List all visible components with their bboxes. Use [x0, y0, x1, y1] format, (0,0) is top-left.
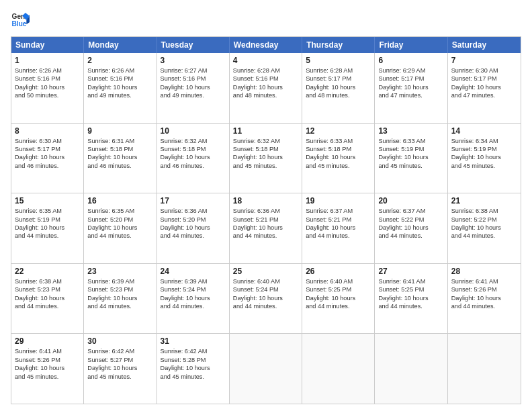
calendar-cell: 11Sunrise: 6:32 AMSunset: 5:18 PMDayligh… — [230, 124, 302, 193]
day-info: Sunrise: 6:35 AM — [87, 207, 152, 215]
day-info: Sunrise: 6:39 AM — [161, 277, 226, 285]
day-info: Sunrise: 6:28 AM — [233, 66, 298, 75]
day-info: and 44 minutes. — [378, 302, 443, 310]
day-info: Daylight: 10 hours — [378, 83, 443, 91]
day-info: and 44 minutes. — [233, 302, 298, 310]
day-number: 23 — [87, 267, 152, 276]
day-info: Sunset: 5:25 PM — [306, 285, 371, 293]
day-info: Sunrise: 6:34 AM — [451, 137, 517, 145]
calendar-cell: 12Sunrise: 6:33 AMSunset: 5:18 PMDayligh… — [302, 124, 375, 193]
day-info: Sunrise: 6:36 AM — [233, 207, 298, 215]
calendar-cell: 8Sunrise: 6:30 AMSunset: 5:17 PMDaylight… — [11, 124, 84, 193]
calendar-cell — [230, 334, 302, 404]
day-info: and 44 minutes. — [451, 232, 517, 240]
calendar-cell: 16Sunrise: 6:35 AMSunset: 5:20 PMDayligh… — [84, 193, 157, 263]
calendar-week: 15Sunrise: 6:35 AMSunset: 5:19 PMDayligh… — [11, 193, 521, 263]
day-info: and 44 minutes. — [161, 232, 226, 240]
calendar-cell: 7Sunrise: 6:30 AMSunset: 5:17 PMDaylight… — [448, 53, 521, 123]
day-info: Sunset: 5:26 PM — [451, 285, 517, 293]
day-info: Daylight: 10 hours — [306, 224, 371, 232]
day-info: and 45 minutes. — [87, 373, 152, 381]
day-info: Sunrise: 6:28 AM — [306, 66, 371, 75]
calendar-cell: 9Sunrise: 6:31 AMSunset: 5:18 PMDaylight… — [84, 124, 157, 193]
day-info: Daylight: 10 hours — [233, 83, 298, 91]
calendar-cell: 31Sunrise: 6:42 AMSunset: 5:28 PMDayligh… — [157, 334, 230, 404]
calendar-cell: 14Sunrise: 6:34 AMSunset: 5:19 PMDayligh… — [448, 124, 521, 193]
weekday-header: Wednesday — [230, 37, 302, 53]
day-info: Daylight: 10 hours — [87, 294, 152, 302]
day-number: 2 — [87, 56, 152, 65]
day-info: Sunset: 5:18 PM — [233, 145, 298, 153]
day-info: and 45 minutes. — [451, 162, 517, 170]
calendar-cell: 13Sunrise: 6:33 AMSunset: 5:19 PMDayligh… — [375, 124, 447, 193]
day-info: Sunrise: 6:41 AM — [15, 347, 80, 355]
day-info: Sunrise: 6:33 AM — [378, 137, 443, 145]
calendar-cell: 23Sunrise: 6:39 AMSunset: 5:23 PMDayligh… — [84, 264, 157, 334]
day-info: and 44 minutes. — [15, 302, 80, 310]
day-number: 12 — [306, 126, 371, 136]
calendar-cell: 19Sunrise: 6:37 AMSunset: 5:21 PMDayligh… — [302, 193, 375, 263]
day-info: Sunrise: 6:29 AM — [378, 66, 443, 75]
day-info: Daylight: 10 hours — [233, 294, 298, 302]
day-info: Sunrise: 6:26 AM — [87, 66, 152, 75]
day-info: Daylight: 10 hours — [161, 294, 226, 302]
day-info: Sunrise: 6:40 AM — [306, 277, 371, 285]
day-info: and 45 minutes. — [15, 373, 80, 381]
day-number: 11 — [233, 126, 298, 136]
day-number: 9 — [87, 126, 152, 136]
day-info: and 44 minutes. — [233, 232, 298, 240]
day-info: Sunset: 5:28 PM — [161, 356, 226, 364]
day-info: Daylight: 10 hours — [451, 153, 517, 161]
day-info: Sunset: 5:22 PM — [451, 216, 517, 224]
day-info: Daylight: 10 hours — [161, 224, 226, 232]
day-number: 7 — [451, 56, 517, 65]
day-info: Sunrise: 6:39 AM — [87, 277, 152, 285]
day-info: and 49 minutes. — [161, 91, 226, 99]
day-number: 28 — [451, 267, 517, 276]
day-number: 27 — [378, 267, 443, 276]
day-info: Daylight: 10 hours — [161, 364, 226, 372]
day-info: Sunset: 5:20 PM — [87, 216, 152, 224]
day-info: and 44 minutes. — [87, 302, 152, 310]
day-info: Daylight: 10 hours — [233, 224, 298, 232]
calendar-week: 8Sunrise: 6:30 AMSunset: 5:17 PMDaylight… — [11, 123, 521, 193]
day-info: Sunset: 5:17 PM — [451, 75, 517, 83]
calendar-cell: 26Sunrise: 6:40 AMSunset: 5:25 PMDayligh… — [302, 264, 375, 334]
day-info: Daylight: 10 hours — [306, 294, 371, 302]
day-info: and 44 minutes. — [15, 232, 80, 240]
calendar-week: 22Sunrise: 6:38 AMSunset: 5:23 PMDayligh… — [11, 263, 521, 334]
day-info: Sunset: 5:17 PM — [15, 145, 80, 153]
day-info: Sunrise: 6:33 AM — [306, 137, 371, 145]
day-info: Sunrise: 6:32 AM — [233, 137, 298, 145]
calendar-cell: 3Sunrise: 6:27 AMSunset: 5:16 PMDaylight… — [157, 53, 230, 123]
day-info: Daylight: 10 hours — [87, 83, 152, 91]
day-info: Sunrise: 6:36 AM — [161, 207, 226, 215]
day-info: and 44 minutes. — [451, 302, 517, 310]
calendar-cell: 15Sunrise: 6:35 AMSunset: 5:19 PMDayligh… — [11, 193, 84, 263]
header: General Blue — [11, 11, 521, 30]
day-info: Sunset: 5:16 PM — [87, 75, 152, 83]
day-info: Sunset: 5:18 PM — [306, 145, 371, 153]
day-number: 6 — [378, 56, 443, 65]
day-info: and 45 minutes. — [378, 162, 443, 170]
day-info: and 45 minutes. — [306, 162, 371, 170]
calendar-body: 1Sunrise: 6:26 AMSunset: 5:16 PMDaylight… — [11, 53, 521, 404]
calendar-cell: 28Sunrise: 6:41 AMSunset: 5:26 PMDayligh… — [448, 264, 521, 334]
day-info: and 48 minutes. — [233, 91, 298, 99]
weekday-header: Tuesday — [157, 37, 230, 53]
day-info: and 44 minutes. — [161, 302, 226, 310]
day-info: Daylight: 10 hours — [451, 294, 517, 302]
day-number: 26 — [306, 267, 371, 276]
day-info: and 45 minutes. — [233, 162, 298, 170]
day-info: Sunset: 5:21 PM — [306, 216, 371, 224]
day-info: Sunset: 5:17 PM — [378, 75, 443, 83]
calendar-cell: 4Sunrise: 6:28 AMSunset: 5:16 PMDaylight… — [230, 53, 302, 123]
day-number: 13 — [378, 126, 443, 136]
day-info: Sunset: 5:19 PM — [15, 216, 80, 224]
day-info: Sunset: 5:21 PM — [233, 216, 298, 224]
day-info: Sunrise: 6:42 AM — [161, 347, 226, 355]
day-info: Daylight: 10 hours — [378, 224, 443, 232]
day-info: Daylight: 10 hours — [15, 364, 80, 372]
weekday-header: Thursday — [302, 37, 375, 53]
calendar-cell — [448, 334, 521, 404]
